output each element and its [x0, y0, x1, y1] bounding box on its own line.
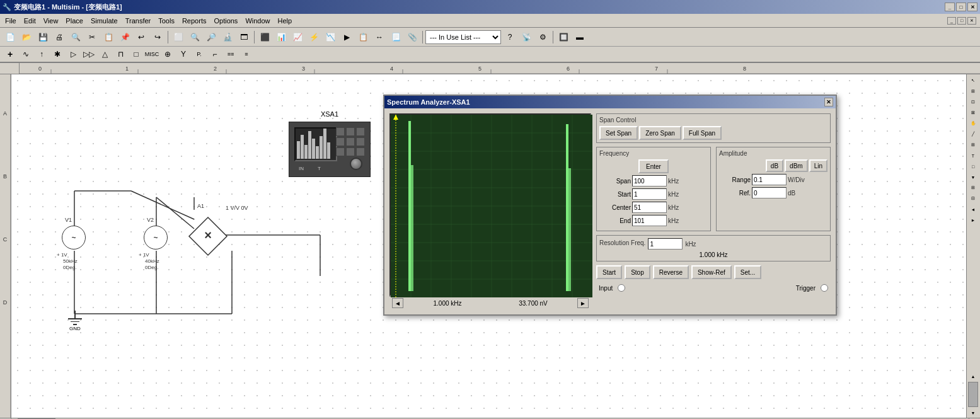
trigger-radio[interactable] [821, 284, 828, 292]
save-button[interactable]: 💾 [35, 30, 50, 45]
gate-tool[interactable]: ⊓ [113, 47, 128, 62]
range-input[interactable] [752, 174, 787, 185]
ref-input[interactable] [752, 187, 787, 198]
db-button[interactable]: dB [766, 159, 783, 172]
zero-span-button[interactable]: Zero Span [639, 126, 681, 140]
start-input[interactable] [632, 188, 667, 200]
lin-button[interactable]: Lin [809, 159, 827, 172]
more-button[interactable]: ▶ [339, 30, 354, 45]
zoom-in-button[interactable]: 🔍 [187, 30, 202, 45]
plus-tool[interactable]: + [3, 47, 18, 62]
undo-button[interactable]: ↩ [134, 30, 149, 45]
close-button[interactable]: ✕ [967, 3, 977, 11]
multiplier-component[interactable]: × [188, 216, 229, 257]
rect-tool[interactable]: □ [129, 47, 144, 62]
enter-button[interactable]: Enter [638, 159, 669, 173]
arrow-tool[interactable]: ↑ [34, 47, 49, 62]
menu-tools[interactable]: Tools [154, 14, 178, 28]
redo-button[interactable]: ↪ [150, 30, 165, 45]
xfer-button[interactable]: ↔ [372, 30, 387, 45]
channel-button[interactable]: ▬ [572, 30, 587, 45]
question-button[interactable]: ? [502, 30, 517, 45]
v1-component[interactable]: ~ V1 + 1V 50kHz 0Deg. [62, 226, 87, 251]
v-scroll-thumb[interactable] [968, 382, 978, 407]
restore-button[interactable]: □ [956, 3, 966, 11]
center-input[interactable] [632, 202, 667, 213]
fit-icon[interactable]: ⊡ [967, 97, 979, 107]
report-button[interactable]: 📋 [355, 30, 371, 45]
mdi-minimize[interactable]: _ [947, 17, 956, 25]
paste-button[interactable]: 📌 [117, 30, 132, 45]
menu-reports[interactable]: Reports [178, 14, 210, 28]
mixer-tool[interactable]: ⊕ [160, 47, 175, 62]
copy-button[interactable]: 📋 [101, 30, 116, 45]
menu-window[interactable]: Window [241, 14, 274, 28]
scroll-up-icon[interactable]: ▲ [967, 371, 979, 381]
com-button[interactable]: ⚙ [535, 30, 550, 45]
component-button[interactable]: ⬛ [257, 30, 272, 45]
marker-icon[interactable]: ▼ [967, 172, 979, 182]
xsa1-instrument[interactable]: XSA1 [289, 122, 371, 178]
menu-view[interactable]: View [40, 14, 62, 28]
print-button[interactable]: 🖨 [52, 30, 67, 45]
pan-icon[interactable]: ✋ [967, 118, 979, 129]
minimize-button[interactable]: _ [945, 3, 955, 11]
bom-button[interactable]: 📃 [388, 30, 403, 45]
menu-edit[interactable]: Edit [20, 14, 40, 28]
set-button[interactable]: Set... [734, 265, 761, 279]
star-tool[interactable]: ✱ [50, 47, 65, 62]
instrument-button[interactable]: 🔲 [556, 30, 571, 45]
menu-simulate[interactable]: Simulate [87, 14, 122, 28]
bus-tool[interactable]: ≡≡ [223, 47, 238, 62]
dialog-close-button[interactable]: ✕ [824, 98, 833, 106]
zoomfit-icon[interactable]: ⊟ [967, 193, 979, 204]
zoom-out-button[interactable]: 🔎 [204, 30, 219, 45]
y-tool[interactable]: Y [176, 47, 191, 62]
resolution-input[interactable] [648, 238, 683, 250]
tri-tool[interactable]: ▷ [66, 47, 81, 62]
v2-component[interactable]: ~ V2 + 1V 40kHz 0Deg. [144, 226, 169, 251]
prev-view-icon[interactable]: ◄ [967, 204, 979, 214]
wire-icon[interactable]: ╱ [967, 129, 979, 139]
set-span-button[interactable]: Set Span [599, 126, 638, 140]
zoom-area-button[interactable]: 🔬 [220, 30, 235, 45]
open-button[interactable]: 📂 [19, 30, 34, 45]
show-ref-button[interactable]: Show-Ref [691, 265, 732, 279]
expand-icon[interactable]: ⊠ [967, 108, 979, 118]
text-icon[interactable]: T [967, 151, 979, 161]
mdi-restore[interactable]: □ [957, 17, 966, 25]
sim-button[interactable]: ⚡ [306, 30, 321, 45]
stop-button[interactable]: Stop [625, 265, 650, 279]
input-radio[interactable] [618, 284, 625, 292]
scroll-down-icon[interactable]: ▼ [967, 408, 979, 418]
menu-transfer[interactable]: Transfer [122, 14, 155, 28]
in-use-list[interactable]: --- In Use List --- [425, 30, 501, 44]
wave-tool[interactable]: ∿ [18, 47, 33, 62]
zoom-region-icon[interactable]: ⊞ [967, 86, 979, 96]
nav-right-button[interactable]: ► [577, 298, 589, 308]
reverse-button[interactable]: Reverse [653, 265, 689, 279]
design-button[interactable]: ⬜ [171, 30, 186, 45]
nav-left-button[interactable]: ◄ [392, 298, 403, 308]
menu-help[interactable]: Help [274, 14, 296, 28]
end-input[interactable] [632, 215, 667, 226]
print-preview-button[interactable]: 🔍 [68, 30, 83, 45]
new-button[interactable]: 📄 [3, 30, 18, 45]
next-view-icon[interactable]: ► [967, 215, 979, 225]
shape-icon[interactable]: □ [967, 161, 979, 171]
help-button[interactable]: 📎 [405, 30, 420, 45]
analysis-button[interactable]: 📉 [323, 30, 338, 45]
span-input[interactable] [632, 175, 667, 187]
tri3-tool[interactable]: △ [97, 47, 112, 62]
tri2-tool[interactable]: ▷▷ [81, 47, 96, 62]
menu-file[interactable]: File [1, 14, 20, 28]
full-span-button[interactable]: Full Span [683, 126, 722, 140]
dbm-button[interactable]: dBm [785, 159, 808, 172]
bus2-tool[interactable]: ≡ [239, 47, 254, 62]
pulse-tool[interactable]: ⌐ [207, 47, 222, 62]
circuit-canvas[interactable]: A1 1 V/V 0V ~ V1 + 1V 50kHz 0Deg. ~ V2 +… [11, 74, 966, 418]
spreadsheet-button[interactable]: 📊 [274, 30, 289, 45]
menu-place[interactable]: Place [62, 14, 87, 28]
menu-options[interactable]: Options [210, 14, 241, 28]
cut-button[interactable]: ✂ [84, 30, 100, 45]
